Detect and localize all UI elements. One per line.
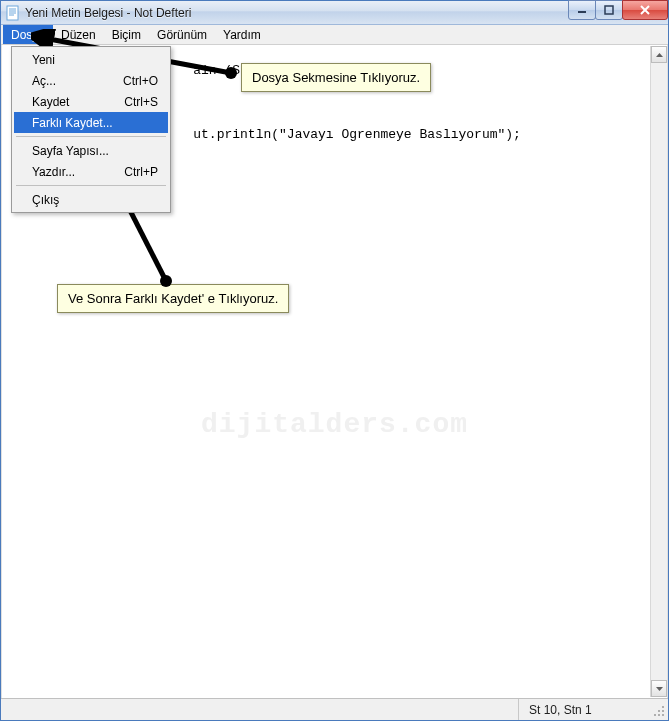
code-line-2: ut.println("Javayı Ogrenmeye Baslıyorum"… <box>193 127 521 142</box>
menu-item-label: Çıkış <box>32 193 59 207</box>
menu-item-ac[interactable]: Aç... Ctrl+O <box>14 70 168 91</box>
menu-yardim[interactable]: Yardım <box>215 25 269 44</box>
svg-point-11 <box>662 706 664 708</box>
menu-item-farkli-kaydet[interactable]: Farklı Kaydet... <box>14 112 168 133</box>
menu-item-yeni[interactable]: Yeni <box>14 49 168 70</box>
scroll-up-button[interactable] <box>651 46 667 63</box>
menubar: Dosya Düzen Biçim Görünüm Yardım <box>1 25 668 45</box>
close-icon <box>639 5 651 15</box>
window-controls <box>569 0 668 20</box>
maximize-button[interactable] <box>595 0 623 20</box>
svg-point-14 <box>654 714 656 716</box>
minimize-icon <box>577 5 587 15</box>
chevron-down-icon <box>656 687 663 691</box>
menu-duzen[interactable]: Düzen <box>53 25 104 44</box>
notepad-window: Yeni Metin Belgesi - Not Defteri Dosya D… <box>0 0 669 721</box>
svg-marker-10 <box>656 687 663 691</box>
vertical-scrollbar[interactable] <box>650 46 667 697</box>
menu-item-kaydet[interactable]: Kaydet Ctrl+S <box>14 91 168 112</box>
resize-grip[interactable] <box>652 704 666 718</box>
menu-item-cikis[interactable]: Çıkış <box>14 189 168 210</box>
svg-point-13 <box>662 710 664 712</box>
callout-bottom: Ve Sonra Farklı Kaydet' e Tıklıyoruz. <box>57 284 289 313</box>
resize-grip-icon <box>652 704 666 718</box>
minimize-button[interactable] <box>568 0 596 20</box>
svg-point-12 <box>658 710 660 712</box>
menu-item-yazdir[interactable]: Yazdır... Ctrl+P <box>14 161 168 182</box>
menu-item-label: Yeni <box>32 53 55 67</box>
menu-item-sayfa-yapisi[interactable]: Sayfa Yapısı... <box>14 140 168 161</box>
menu-item-label: Sayfa Yapısı... <box>32 144 109 158</box>
menu-item-shortcut: Ctrl+S <box>124 95 158 109</box>
menu-item-label: Kaydet <box>32 95 69 109</box>
svg-marker-9 <box>656 53 663 57</box>
menu-item-shortcut: Ctrl+O <box>123 74 158 88</box>
callout-top: Dosya Sekmesine Tıklıyoruz. <box>241 63 431 92</box>
svg-rect-5 <box>578 11 586 13</box>
menu-item-label: Farklı Kaydet... <box>32 116 113 130</box>
close-button[interactable] <box>622 0 668 20</box>
scroll-down-button[interactable] <box>651 680 667 697</box>
menu-dosya[interactable]: Dosya <box>3 25 53 44</box>
menu-separator <box>16 185 166 186</box>
notepad-icon <box>5 5 21 21</box>
svg-rect-6 <box>605 6 613 14</box>
menu-bicim[interactable]: Biçim <box>104 25 149 44</box>
menu-item-label: Yazdır... <box>32 165 75 179</box>
chevron-up-icon <box>656 53 663 57</box>
svg-point-16 <box>662 714 664 716</box>
status-position: St 10, Stn 1 <box>518 699 668 720</box>
menu-item-label: Aç... <box>32 74 56 88</box>
menu-separator <box>16 136 166 137</box>
watermark-text: dijitalders.com <box>201 408 468 439</box>
menu-gorunum[interactable]: Görünüm <box>149 25 215 44</box>
svg-point-15 <box>658 714 660 716</box>
maximize-icon <box>604 5 614 15</box>
titlebar: Yeni Metin Belgesi - Not Defteri <box>1 1 668 25</box>
statusbar: St 10, Stn 1 <box>1 698 668 720</box>
file-menu-dropdown: Yeni Aç... Ctrl+O Kaydet Ctrl+S Farklı K… <box>11 46 171 213</box>
menu-item-shortcut: Ctrl+P <box>124 165 158 179</box>
